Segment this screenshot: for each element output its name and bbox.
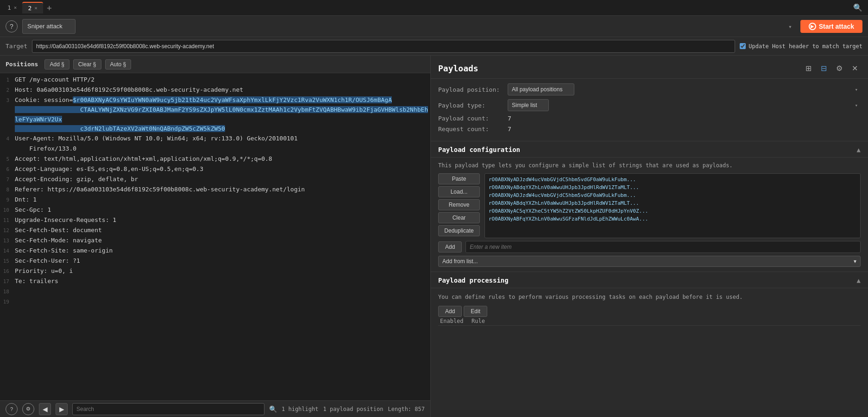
add-item-button[interactable]: Add <box>438 241 462 253</box>
payload-settings: Payload position: All payload positions … <box>431 79 868 141</box>
attack-type-wrapper: Sniper attack Battering ram Pitchfork Cl… <box>22 19 796 34</box>
table-row: 9 Dnt: 1 <box>0 195 430 205</box>
view-icon-1[interactable]: ⊞ <box>803 62 814 75</box>
settings-icon[interactable]: ⚙ <box>833 62 845 75</box>
table-row: 3 Cookie: session=$r00ABXNyAC9sYWIuYWN0a… <box>0 95 430 134</box>
table-row: 6 Accept-Language: es-ES,es;q=0.8,en-US;… <box>0 164 430 175</box>
request-count-value: 7 <box>508 126 511 133</box>
table-row: 19 <box>0 297 430 307</box>
payload-config-section-header[interactable]: Payload configuration ▲ <box>431 141 868 158</box>
tab-2-label: 2 <box>28 5 31 12</box>
request-editor[interactable]: 1 GET /my-account HTTP/2 2 Host: 0a6a003… <box>0 73 430 400</box>
add-from-list-label: Add from list... <box>442 258 478 265</box>
payload-type-label: Payload type: <box>438 102 503 109</box>
payload-position-row: Payload position: All payload positions <box>438 83 861 95</box>
table-row: Firefox/133.0 <box>0 144 430 154</box>
search-input[interactable] <box>72 403 264 415</box>
add-from-list-button[interactable]: Add from list... ▾ <box>438 256 861 267</box>
view-icon-2[interactable]: ⊟ <box>818 62 830 75</box>
list-item: rO0ABXNyABdqYXZhLnV0aWwuUHJpb3JpdHlRdWV1… <box>487 199 858 207</box>
forward-button[interactable]: ▶ <box>56 403 68 415</box>
update-host-label: Update Host header to match target <box>748 43 862 50</box>
payload-type-select[interactable]: Simple list <box>508 99 549 111</box>
paste-button[interactable]: Paste <box>438 173 480 184</box>
add-rule-button[interactable]: Add <box>438 306 462 317</box>
table-row: 13 Sec-Fetch-Mode: navigate <box>0 236 430 246</box>
table-row: 12 Sec-Fetch-Dest: document <box>0 226 430 236</box>
enabled-column-header: Enabled <box>440 318 468 324</box>
add-section-button[interactable]: Add § <box>44 59 69 70</box>
search-icon[interactable]: 🔍 <box>849 1 866 14</box>
update-host-wrap: Update Host header to match target <box>740 43 862 50</box>
update-host-checkbox[interactable] <box>740 43 746 49</box>
start-attack-label: Start attack <box>819 23 854 30</box>
payload-items-list: rO0ABXNyADJzdW4ucVmbGVjdC5hbm5vdGF0aW9uL… <box>484 173 861 238</box>
table-row: 17 Te: trailers <box>0 277 430 287</box>
target-url-input[interactable] <box>32 40 735 53</box>
payload-processing-title: Payload processing <box>438 277 509 284</box>
tab-1-label: 1 <box>7 4 11 11</box>
payload-type-select-wrap: Simple list <box>508 99 861 111</box>
add-item-input[interactable] <box>465 241 861 253</box>
edit-rule-button[interactable]: Edit <box>464 306 487 317</box>
list-item: rO0ABXNyABdqYXZhLnV0aWwuUHJpb3JpdHlRdWV1… <box>487 183 858 191</box>
close-icon[interactable]: ✕ <box>849 62 861 75</box>
table-row: 10 Sec-Gpc: 1 <box>0 205 430 215</box>
positions-bar: Positions Add § Clear § Auto § <box>0 56 430 73</box>
left-panel: Positions Add § Clear § Auto § 1 GET /my… <box>0 56 431 417</box>
auto-section-button[interactable]: Auto § <box>105 59 132 70</box>
table-row: 7 Accept-Encoding: gzip, deflate, br <box>0 175 430 185</box>
payload-action-buttons: Paste Load... Remove Clear Deduplicate <box>438 173 480 238</box>
tab-1-close[interactable]: × <box>14 5 17 11</box>
tab-2-close[interactable]: × <box>34 5 38 11</box>
positions-label: Positions <box>6 61 38 68</box>
back-button[interactable]: ◀ <box>39 403 51 415</box>
table-row: 14 Sec-Fetch-Site: same-origin <box>0 246 430 256</box>
clear-section-button[interactable]: Clear § <box>73 59 101 70</box>
table-row: 15 Sec-Fetch-User: ?1 <box>0 256 430 266</box>
main-layout: Positions Add § Clear § Auto § 1 GET /my… <box>0 56 868 417</box>
payload-processing-section-header[interactable]: Payload processing ▲ <box>431 272 868 288</box>
processing-buttons: Add Edit <box>438 306 861 317</box>
tab-1[interactable]: 1 × <box>2 2 22 13</box>
table-row: 1 GET /my-account HTTP/2 <box>0 75 430 85</box>
toolbar: ? Sniper attack Battering ram Pitchfork … <box>0 16 868 37</box>
add-from-list-row: Add from list... ▾ <box>438 256 861 267</box>
payload-position-label: Payload position: <box>438 86 503 93</box>
payload-config: This payload type lets you configure a s… <box>431 158 868 272</box>
table-row: 2 Host: 0a6a003103e54d6f8192c59f00b8008c… <box>0 85 430 95</box>
request-count-row: Request count: 7 <box>438 126 861 133</box>
tab-add-button[interactable]: + <box>43 3 56 13</box>
payload-config-toggle: ▲ <box>857 146 861 153</box>
search-icon[interactable]: 🔍 <box>269 405 277 413</box>
chevron-down-icon: ▾ <box>854 258 856 265</box>
target-bar: Target Update Host header to match targe… <box>0 37 868 56</box>
attack-type-select[interactable]: Sniper attack Battering ram Pitchfork Cl… <box>22 19 75 34</box>
load-button[interactable]: Load... <box>438 186 480 197</box>
gear-button[interactable]: ⚙ <box>22 403 34 415</box>
list-item: rO0ABXNyADJzdW4ucVmbGVjdC5hbm5vdGF0aW9uL… <box>487 176 858 183</box>
remove-button[interactable]: Remove <box>438 199 480 210</box>
payload-processing: You can define rules to perform various … <box>431 288 868 332</box>
payload-position-select[interactable]: All payload positions <box>508 83 574 95</box>
help-button[interactable]: ? <box>6 20 18 32</box>
clear-button[interactable]: Clear <box>438 212 480 223</box>
payload-processing-toggle: ▲ <box>857 277 861 284</box>
help-status-button[interactable]: ? <box>6 403 18 415</box>
list-item: rO0ABXNyAC5qYXZheC5tYW5hZ2VtZW50LkpHZUF0… <box>487 207 858 215</box>
table-row: 11 Upgrade-Insecure-Requests: 1 <box>0 215 430 226</box>
processing-description: You can define rules to perform various … <box>438 293 861 301</box>
highlight-info: 1 highlight <box>282 406 318 412</box>
request-count-label: Request count: <box>438 126 503 133</box>
target-label: Target <box>6 43 27 50</box>
payload-count-value: 7 <box>508 115 511 122</box>
start-attack-button[interactable]: ▶ Start attack <box>800 20 862 33</box>
tab-2[interactable]: 2 × <box>22 2 43 13</box>
table-row: 18 <box>0 287 430 297</box>
deduplicate-button[interactable]: Deduplicate <box>438 225 480 236</box>
config-description: This payload type lets you configure a s… <box>438 162 861 169</box>
payload-count-row: Payload count: 7 <box>438 115 861 122</box>
rule-column-header: Rule <box>472 318 859 324</box>
table-row: 16 Priority: u=0, i <box>0 266 430 277</box>
payload-config-title: Payload configuration <box>438 146 520 153</box>
